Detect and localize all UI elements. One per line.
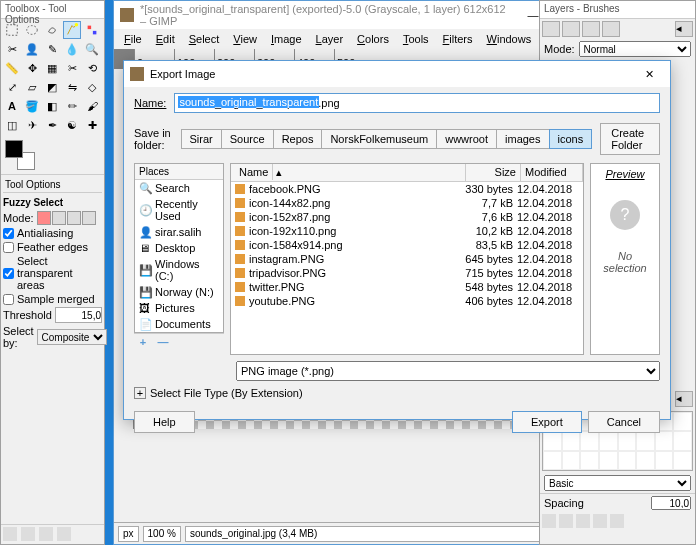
close-button[interactable]: ✕ [634,64,664,84]
breadcrumb-item[interactable]: Source [221,129,274,149]
tab-menu-icon[interactable]: ◂ [675,21,693,37]
tool-paths[interactable]: ✎ [43,40,61,58]
filetype-select[interactable]: PNG image (*.png) [236,361,660,381]
file-row[interactable]: instagram.PNG645 bytes12.04.2018 [231,252,583,266]
feather-check[interactable] [3,242,14,253]
tool-zoom[interactable]: 🔍 [83,40,101,58]
menu-view[interactable]: View [227,31,263,47]
tool-rotate[interactable]: ⟲ [83,59,101,77]
brush-del-icon[interactable] [593,514,607,528]
footer-icon[interactable] [39,527,53,541]
threshold-input[interactable] [55,307,102,323]
tool-ellipse-select[interactable] [23,21,41,39]
tool-rect-select[interactable] [3,21,21,39]
file-row[interactable]: icon-144x82.png7,7 kB12.04.2018 [231,196,583,210]
tool-color-select[interactable] [83,21,101,39]
breadcrumb-item[interactable]: icons [549,129,593,149]
file-row[interactable]: icon-1584x914.png83,5 kB12.04.2018 [231,238,583,252]
tool-crop[interactable]: ✂ [63,59,81,77]
breadcrumb-item[interactable]: Sirar [181,129,222,149]
status-zoom[interactable]: 100 % [143,526,181,542]
tool-flip[interactable]: ⇋ [63,78,81,96]
tool-ink[interactable]: ✒ [43,116,61,134]
tool-free-select[interactable] [43,21,61,39]
tool-align[interactable]: ▦ [43,59,61,77]
place-item[interactable]: 🕘Recently Used [135,196,223,224]
sample-merged-check[interactable] [3,294,14,305]
brush-refresh-icon[interactable] [610,514,624,528]
menu-filters[interactable]: Filters [437,31,479,47]
breadcrumb-item[interactable]: Repos [273,129,323,149]
tool-shear[interactable]: ▱ [23,78,41,96]
menu-select[interactable]: Select [183,31,226,47]
brush-preset-select[interactable]: Basic [544,475,691,491]
breadcrumb-item[interactable]: images [496,129,549,149]
file-row[interactable]: youtube.PNG406 bytes12.04.2018 [231,294,583,308]
tool-scale[interactable]: ⤢ [3,78,21,96]
file-row[interactable]: icon-152x87.png7,6 kB12.04.2018 [231,210,583,224]
tab-paths-icon[interactable] [582,21,600,37]
tool-airbrush[interactable]: ✈ [23,116,41,134]
menu-image[interactable]: Image [265,31,308,47]
tab-menu-icon[interactable]: ◂ [675,391,693,407]
col-size[interactable]: Size [466,164,521,181]
tool-clone[interactable]: ☯ [63,116,81,134]
menu-windows[interactable]: Windows [481,31,538,47]
tool-paintbrush[interactable]: 🖌 [83,97,101,115]
tool-eraser[interactable]: ◫ [3,116,21,134]
tool-measure[interactable]: 📏 [3,59,21,77]
remove-place-button[interactable]: — [156,336,170,350]
footer-icon[interactable] [21,527,35,541]
tool-fuzzy-select[interactable] [63,21,81,39]
tool-bucket[interactable]: 🪣 [23,97,41,115]
menu-file[interactable]: File [118,31,148,47]
menu-colors[interactable]: Colors [351,31,395,47]
footer-icon[interactable] [3,527,17,541]
menu-tools[interactable]: Tools [397,31,435,47]
select-filetype-label[interactable]: Select File Type (By Extension) [150,387,303,399]
menu-layer[interactable]: Layer [310,31,350,47]
col-modified[interactable]: Modified [521,164,583,181]
export-button[interactable]: Export [512,411,582,433]
tool-heal[interactable]: ✚ [83,116,101,134]
tab-layers-icon[interactable] [542,21,560,37]
tab-channels-icon[interactable] [562,21,580,37]
place-item[interactable]: 📄Documents [135,316,223,332]
place-item[interactable]: 🔍Search [135,180,223,196]
add-place-button[interactable]: + [136,336,150,350]
tool-cage[interactable]: ◇ [83,78,101,96]
tool-foreground-select[interactable]: 👤 [23,40,41,58]
brush-new-icon[interactable] [559,514,573,528]
expand-filetype-icon[interactable]: + [134,387,146,399]
col-name[interactable]: Name ▴ [231,164,466,181]
file-row[interactable]: icon-192x110.png10,2 kB12.04.2018 [231,224,583,238]
create-folder-button[interactable]: Create Folder [600,123,660,155]
mode-select[interactable]: Normal [579,41,691,57]
status-unit[interactable]: px [118,526,139,542]
tool-text[interactable]: A [3,97,21,115]
tool-perspective[interactable]: ◩ [43,78,61,96]
breadcrumb-item[interactable]: wwwroot [436,129,497,149]
antialiasing-check[interactable] [3,228,14,239]
tool-color-picker[interactable]: 💧 [63,40,81,58]
fg-color[interactable] [5,140,23,158]
menu-edit[interactable]: Edit [150,31,181,47]
place-item[interactable]: 🖥Desktop [135,240,223,256]
brush-dup-icon[interactable] [576,514,590,528]
footer-icon[interactable] [57,527,71,541]
tab-undo-icon[interactable] [602,21,620,37]
transparent-check[interactable] [3,268,14,279]
selectby-select[interactable]: Composite [37,329,107,345]
place-item[interactable]: 🖼Pictures [135,300,223,316]
cancel-button[interactable]: Cancel [588,411,660,433]
file-row[interactable]: facebook.PNG330 bytes12.04.2018 [231,182,583,196]
file-row[interactable]: twitter.PNG548 bytes12.04.2018 [231,280,583,294]
tool-move[interactable]: ✥ [23,59,41,77]
tool-scissors[interactable]: ✂ [3,40,21,58]
place-item[interactable]: 💾Windows (C:) [135,256,223,284]
fg-bg-colors[interactable] [1,136,104,174]
filename-input[interactable] [174,93,660,113]
file-row[interactable]: tripadvisor.PNG715 bytes12.04.2018 [231,266,583,280]
tool-pencil[interactable]: ✏ [63,97,81,115]
tool-blend[interactable]: ◧ [43,97,61,115]
